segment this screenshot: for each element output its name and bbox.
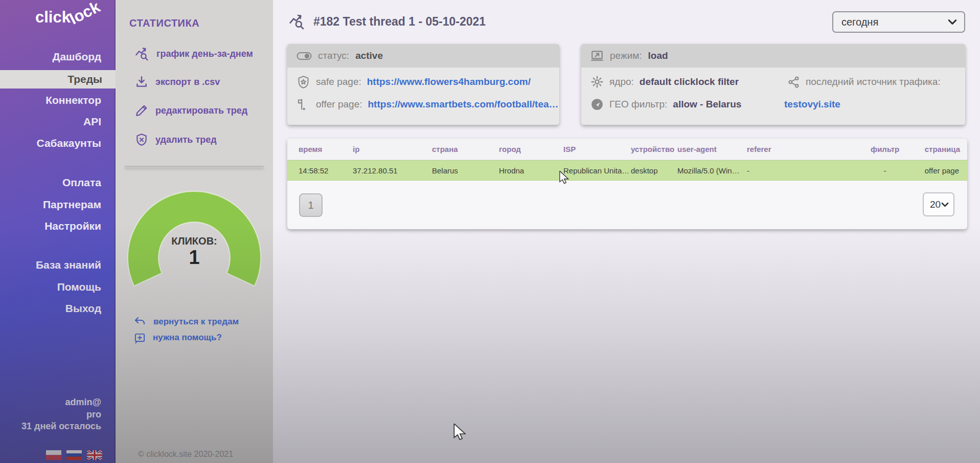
clicklock-logo: clicklock bbox=[35, 8, 102, 27]
mode-panel-header: режим: load bbox=[581, 44, 965, 68]
col-page: страница bbox=[925, 145, 960, 153]
sidebar: clicklock Дашборд Треды Коннектор API Са… bbox=[0, 0, 116, 463]
main-content: #182 Test thread 1 - 05-10-2021 сегодня … bbox=[273, 0, 980, 463]
col-isp: ISP bbox=[563, 145, 576, 153]
page-size-select[interactable]: 20 bbox=[923, 192, 954, 216]
stats-title: СТАТИСТИКА bbox=[129, 17, 199, 29]
monitor-arrow-icon bbox=[590, 49, 604, 62]
action-delete-thread[interactable]: удалить тред bbox=[135, 132, 217, 147]
safe-page-row: safe page: https://www.flowers4hamburg.c… bbox=[297, 75, 531, 89]
cell-time: 14:58:52 bbox=[299, 166, 328, 175]
share-icon bbox=[787, 76, 800, 89]
traffic-source-row: последний источник трафика: bbox=[787, 75, 941, 89]
russia-flag[interactable] bbox=[66, 450, 82, 460]
kernel-row: ядро: default clicklock filter bbox=[590, 75, 739, 89]
safe-page-link[interactable]: https://www.flowers4hamburg.com/ bbox=[367, 76, 531, 87]
toggle-icon bbox=[297, 51, 312, 61]
sidebar-item-threads[interactable]: Треды bbox=[0, 70, 116, 89]
sidebar-item-help[interactable]: Помощь bbox=[57, 280, 101, 294]
sidebar-item-logout[interactable]: Выход bbox=[65, 302, 101, 315]
logo-part2: lock bbox=[66, 0, 103, 29]
traffic-source-label: последний источник трафика: bbox=[806, 76, 941, 87]
stats-divider bbox=[125, 166, 264, 167]
period-select[interactable]: сегодня bbox=[832, 11, 965, 33]
kernel-label: ядро: bbox=[609, 76, 634, 87]
col-country: страна bbox=[432, 145, 458, 153]
link-label: нужна помощь? bbox=[153, 333, 222, 343]
geo-filter-row: ГЕО фильтр: allow - Belarus bbox=[590, 97, 741, 112]
action-label: удалить тред bbox=[155, 135, 217, 145]
sidebar-item-settings[interactable]: Настройки bbox=[44, 219, 101, 233]
status-panel-header: статус: active bbox=[287, 44, 559, 68]
offer-page-row: offer page: https://www.smartbets.com/fo… bbox=[297, 97, 559, 112]
sidebar-item-knowledge-base[interactable]: База знаний bbox=[36, 258, 101, 272]
col-device: устройство bbox=[631, 145, 674, 153]
safe-page-label: safe page: bbox=[316, 76, 361, 87]
cell-filter: - bbox=[871, 166, 899, 175]
gauge-label: КЛИКОВ: bbox=[123, 235, 266, 247]
sidebar-item-dashboard[interactable]: Дашборд bbox=[52, 50, 101, 63]
cell-city: Hrodna bbox=[499, 166, 524, 175]
link-label: вернуться к тредам bbox=[153, 317, 239, 327]
chart-search-icon bbox=[289, 13, 305, 30]
copyright-footer: © clicklock.site 2020-2021 bbox=[138, 450, 233, 459]
table-row[interactable]: 14:58:52 37.212.80.51 Belarus Hrodna Rep… bbox=[287, 160, 967, 181]
col-ip: ip bbox=[353, 145, 359, 153]
page-size-value: 20 bbox=[930, 199, 941, 210]
offer-page-link[interactable]: https://www.smartbets.com/football/tea… bbox=[368, 99, 559, 110]
logo-part1: click bbox=[35, 8, 71, 26]
cell-isp: Republican Unita… bbox=[563, 166, 629, 175]
mode-panel: режим: load ядро: default clicklock filt… bbox=[581, 44, 965, 125]
traffic-source-link[interactable]: testovyi.site bbox=[784, 99, 840, 110]
cell-ip: 37.212.80.51 bbox=[353, 166, 398, 175]
sidebar-item-connector[interactable]: Коннектор bbox=[45, 94, 101, 107]
page-1-button[interactable]: 1 bbox=[299, 193, 323, 217]
action-label: график день-за-днем bbox=[156, 49, 253, 59]
action-export-csv[interactable]: экспорт в .csv bbox=[135, 74, 220, 90]
traffic-source-link-row: testovyi.site bbox=[784, 97, 840, 112]
poland-flag[interactable] bbox=[46, 450, 61, 460]
sidebar-item-payment[interactable]: Оплата bbox=[62, 176, 101, 189]
flag-icon bbox=[297, 98, 310, 112]
thread-title: #182 Test thread 1 - 05-10-2021 bbox=[313, 15, 486, 29]
col-filter: фильтр bbox=[871, 145, 899, 153]
account-days-left: 31 дней осталось bbox=[21, 421, 101, 432]
geo-filter-label: ГЕО фильтр: bbox=[609, 99, 667, 110]
comment-plus-icon bbox=[134, 332, 146, 344]
action-label: экспорт в .csv bbox=[155, 77, 220, 87]
cell-user-agent: Mozilla/5.0 (Win… bbox=[677, 166, 740, 175]
pencil-icon bbox=[135, 104, 148, 117]
mode-value: load bbox=[648, 50, 668, 61]
offer-page-label: offer page: bbox=[316, 99, 362, 110]
page-title: #182 Test thread 1 - 05-10-2021 bbox=[289, 13, 486, 30]
clicks-gauge: КЛИКОВ: 1 bbox=[123, 188, 266, 316]
uk-flag[interactable] bbox=[87, 450, 102, 460]
need-help-link[interactable]: нужна помощь? bbox=[134, 332, 222, 344]
sidebar-item-api[interactable]: API bbox=[83, 115, 101, 128]
cell-country: Belarus bbox=[432, 166, 458, 175]
kernel-value: default clicklock filter bbox=[640, 76, 739, 87]
action-edit-thread[interactable]: редактировать тред bbox=[135, 103, 247, 118]
cell-referer: - bbox=[747, 166, 749, 175]
status-value: active bbox=[355, 50, 383, 61]
sidebar-item-subaccounts[interactable]: Сабакаунты bbox=[36, 137, 101, 150]
download-icon bbox=[135, 75, 148, 89]
chevron-down-icon bbox=[948, 19, 957, 25]
col-referer: referer bbox=[747, 145, 771, 153]
clicklock-app: clicklock Дашборд Треды Коннектор API Са… bbox=[0, 0, 980, 463]
chevron-down-icon bbox=[941, 202, 949, 207]
mode-label: режим: bbox=[610, 50, 642, 61]
sidebar-item-partners[interactable]: Партнерам bbox=[43, 198, 101, 211]
shield-star-icon bbox=[297, 75, 310, 89]
shield-x-icon bbox=[135, 133, 148, 146]
action-day-by-day-graph[interactable]: график день-за-днем bbox=[135, 46, 253, 61]
back-to-threads-link[interactable]: вернуться к тредам bbox=[134, 316, 239, 328]
col-user-agent: user-agent bbox=[677, 145, 717, 153]
gauge-value: 1 bbox=[123, 247, 266, 269]
gear-icon bbox=[590, 75, 604, 89]
cell-page: offer page bbox=[925, 166, 959, 175]
status-panel: статус: active safe page: https://www.fl… bbox=[287, 44, 559, 125]
col-city: город bbox=[499, 145, 521, 153]
chart-search-icon bbox=[135, 47, 149, 61]
action-label: редактировать тред bbox=[155, 105, 247, 116]
